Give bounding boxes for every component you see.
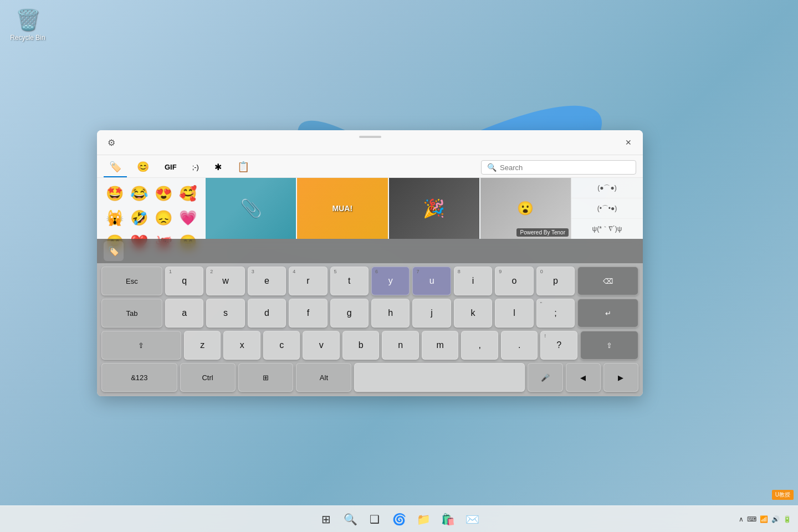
key-k[interactable]: k [454, 299, 492, 328]
key-backspace[interactable]: ⌫ [577, 267, 638, 295]
key-p[interactable]: 0p [536, 267, 575, 295]
key-comma[interactable]: , [461, 331, 498, 360]
key-o[interactable]: 9o [495, 267, 533, 295]
emoji-cell[interactable]: 🤣 [128, 207, 150, 229]
key-space[interactable] [354, 363, 525, 392]
gif-item-3[interactable]: 🎉 [389, 178, 479, 239]
key-semicolon[interactable]: "; [536, 299, 575, 328]
key-s[interactable]: s [206, 299, 244, 328]
taskbar-right: ∧ ⌨ 📶 🔊 🔋 [739, 515, 791, 523]
key-d[interactable]: d [248, 299, 286, 328]
key-c[interactable]: c [263, 331, 300, 360]
recycle-bin-icon: 🗑️ [16, 8, 40, 32]
taskbar: ⊞ 🔍 ❑ 🌀 📁 🛍️ ✉️ ∧ ⌨ 📶 🔊 🔋 [0, 505, 798, 532]
key-mic[interactable]: 🎤 [528, 363, 562, 392]
key-j[interactable]: j [412, 299, 451, 328]
kaomoji-item-3[interactable]: ψ(*｀∇´)ψ [571, 219, 643, 239]
emoji-cell[interactable]: 🤩 [104, 182, 126, 204]
key-t[interactable]: 5t [330, 267, 369, 295]
settings-button[interactable]: ⚙ [104, 135, 119, 150]
taskbar-start[interactable]: ⊞ [315, 508, 337, 530]
kaomoji-item-2[interactable]: (•⌒•●) [571, 198, 643, 219]
key-q[interactable]: 1q [165, 267, 203, 295]
emoji-cell[interactable]: 😞 [152, 207, 175, 229]
taskbar-taskview[interactable]: ❑ [364, 508, 386, 530]
taskbar-edge[interactable]: 🌀 [388, 508, 410, 530]
key-period[interactable]: . [501, 331, 538, 360]
key-e[interactable]: 3e [248, 267, 286, 295]
key-m[interactable]: m [422, 331, 459, 360]
key-u[interactable]: 7u [412, 267, 451, 295]
powered-by-tenor: Powered By Tenor [516, 228, 569, 237]
emoji-cell[interactable]: 🙀 [104, 207, 126, 229]
emoji-cell[interactable]: 💗 [177, 207, 199, 229]
key-g[interactable]: g [330, 299, 369, 328]
key-tab[interactable]: Tab [101, 299, 162, 328]
tab-gif[interactable]: GIF [159, 160, 182, 176]
key-row-3: ⇧ z x c v b n m , . !? ⇧ [101, 331, 638, 360]
close-button[interactable]: ✕ [621, 135, 636, 150]
key-question[interactable]: !? [540, 331, 577, 360]
emoji-cell[interactable]: 😂 [128, 182, 150, 204]
key-left[interactable]: ◀ [566, 363, 601, 392]
key-w[interactable]: 2w [206, 267, 244, 295]
taskbar-search[interactable]: 🔍 [339, 508, 361, 530]
key-v[interactable]: v [303, 331, 340, 360]
taskbar-keyboard[interactable]: ⌨ [747, 515, 756, 523]
taskbar-battery[interactable]: 🔋 [783, 515, 791, 523]
emoji-panel: ⚙ ✕ 🏷️ 😊 GIF ;-) ✱ 📋 🔍 🤩 😂 😍 🥰 🙀 🤣 😞 💗 😊 [97, 130, 643, 396]
key-l[interactable]: l [495, 299, 533, 328]
tab-smiley[interactable]: 😊 [131, 157, 155, 177]
taskbar-wifi[interactable]: 📶 [760, 515, 768, 523]
key-row-4: &123 Ctrl ⊞ Alt 🎤 ◀ ▶ [101, 363, 638, 392]
keyboard-mode-button[interactable]: 🏷️ [104, 241, 124, 261]
gif-item-1[interactable]: 📎 [206, 178, 296, 239]
taskbar-center: ⊞ 🔍 ❑ 🌀 📁 🛍️ ✉️ [315, 508, 483, 530]
panel-content: 🤩 😂 😍 🥰 🙀 🤣 😞 💗 😊 ❤️ 🐙 😁 📎 MUA! 🎉 [97, 178, 643, 239]
key-x[interactable]: x [223, 331, 260, 360]
keyboard-header: 🏷️ [97, 239, 643, 263]
emoji-cell[interactable]: 😍 [152, 182, 175, 204]
keyboard-rows: Esc 1q 2w 3e 4r 5t 6y 7u 8i 9o 0p ⌫ Tab … [97, 263, 643, 396]
taskbar-mail[interactable]: ✉️ [461, 508, 483, 530]
tab-clipboard[interactable]: 📋 [232, 157, 255, 177]
key-f[interactable]: f [289, 299, 327, 328]
key-shift-left[interactable]: ⇧ [101, 331, 181, 360]
key-esc[interactable]: Esc [101, 267, 162, 295]
key-enter[interactable]: ↵ [577, 299, 638, 328]
search-input[interactable] [500, 163, 630, 172]
key-shift-right[interactable]: ⇧ [580, 331, 638, 360]
key-right[interactable]: ▶ [603, 363, 638, 392]
gif-item-2[interactable]: MUA! [297, 178, 387, 239]
emoji-grid: 🤩 😂 😍 🥰 🙀 🤣 😞 💗 😊 ❤️ 🐙 😁 [97, 178, 206, 239]
kaomoji-item-1[interactable]: (●⌒●) [571, 178, 643, 198]
emoji-cell[interactable]: 🥰 [177, 182, 199, 204]
taskbar-volume[interactable]: 🔊 [771, 515, 780, 523]
key-alt[interactable]: Alt [296, 363, 351, 392]
search-icon: 🔍 [487, 163, 497, 172]
tab-emoji[interactable]: 🏷️ [104, 157, 127, 177]
key-r[interactable]: 4r [289, 267, 327, 295]
kaomoji-area: (●⌒●) (•⌒•●) ψ(*｀∇´)ψ [571, 178, 643, 239]
key-z[interactable]: z [184, 331, 221, 360]
key-h[interactable]: h [371, 299, 410, 328]
key-y[interactable]: 6y [371, 267, 410, 295]
tab-kaomoji[interactable]: ;-) [187, 160, 204, 176]
key-b[interactable]: b [342, 331, 380, 360]
key-ctrl[interactable]: Ctrl [180, 363, 236, 392]
taskbar-store[interactable]: 🛍️ [437, 508, 459, 530]
taskbar-explorer[interactable]: 📁 [412, 508, 434, 530]
key-symbols[interactable]: &123 [101, 363, 177, 392]
key-row-1: Esc 1q 2w 3e 4r 5t 6y 7u 8i 9o 0p ⌫ [101, 267, 638, 295]
watermark: U教授 [772, 490, 794, 500]
recycle-bin-label: Recycle Bin [10, 34, 45, 42]
key-a[interactable]: a [165, 299, 203, 328]
key-win[interactable]: ⊞ [238, 363, 294, 392]
key-n[interactable]: n [382, 331, 419, 360]
key-row-2: Tab a s d f g h j k l "; ↵ [101, 299, 638, 328]
systray-chevron[interactable]: ∧ [739, 515, 744, 523]
tab-bar: 🏷️ 😊 GIF ;-) ✱ 📋 🔍 [97, 155, 643, 178]
recycle-bin[interactable]: 🗑️ Recycle Bin [8, 8, 47, 42]
key-i[interactable]: 8i [454, 267, 492, 295]
tab-symbols[interactable]: ✱ [209, 158, 227, 177]
